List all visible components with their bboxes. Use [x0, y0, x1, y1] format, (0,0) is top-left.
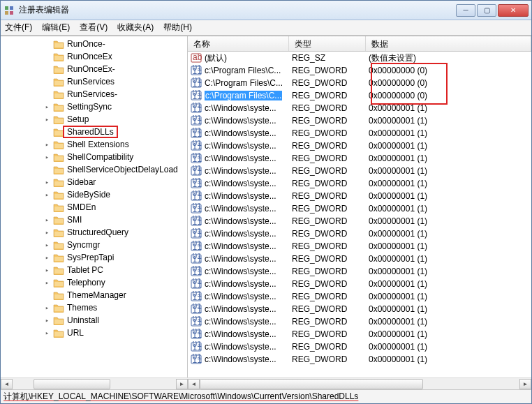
close-button[interactable]: ✕ [498, 4, 529, 17]
expand-icon[interactable] [43, 128, 52, 137]
expand-icon[interactable]: ▸ [43, 140, 52, 149]
expand-icon[interactable]: ▸ [43, 153, 52, 162]
expand-icon[interactable] [43, 90, 52, 99]
key-tree[interactable]: RunOnce-RunOnceExRunOnceEx-RunServicesRu… [1, 36, 188, 377]
expand-icon[interactable] [43, 40, 52, 49]
tree-item[interactable]: ▸Telephony [1, 276, 187, 289]
value-row[interactable]: c:\Windows\syste...REG_DWORD0x00000001 (… [188, 353, 531, 366]
tree-item[interactable]: ▸SettingSync [1, 100, 187, 113]
value-row[interactable]: c:\Windows\syste...REG_DWORD0x00000001 (… [188, 227, 531, 240]
value-row[interactable]: (默认)REG_SZ(数值未设置) [188, 52, 531, 64]
expand-icon[interactable] [43, 65, 52, 74]
tree-item[interactable]: ▸Sidebar [1, 176, 187, 188]
expand-icon[interactable]: ▸ [43, 178, 52, 187]
menu-edit[interactable]: 编辑(E) [42, 22, 70, 33]
value-row[interactable]: c:\Program Files\C...REG_DWORD0x00000000… [188, 64, 531, 77]
tree-item[interactable]: ▸Uninstall [1, 314, 187, 327]
value-row[interactable]: c:\Windows\syste...REG_DWORD0x00000001 (… [188, 253, 531, 265]
value-row[interactable]: c:\Windows\syste...REG_DWORD0x00000001 (… [188, 278, 531, 290]
value-row[interactable]: c:\Windows\syste...REG_DWORD0x00000001 (… [188, 303, 531, 315]
scroll-left-icon[interactable]: ◄ [1, 379, 13, 389]
scroll-right-icon[interactable]: ► [519, 379, 531, 389]
value-row[interactable]: C:\Program Files\C...REG_DWORD0x00000000… [188, 77, 531, 89]
value-row[interactable]: c:\Windows\syste...REG_DWORD0x00000001 (… [188, 190, 531, 202]
scroll-right-icon[interactable]: ► [176, 379, 188, 389]
expand-icon[interactable] [43, 52, 52, 61]
expand-icon[interactable]: ▸ [43, 253, 52, 262]
tree-item[interactable]: ThemeManager [1, 289, 187, 301]
expand-icon[interactable]: ▸ [43, 103, 52, 112]
expand-icon[interactable]: ▸ [43, 241, 52, 250]
scroll-left-icon[interactable]: ◄ [188, 379, 200, 389]
expand-icon[interactable] [43, 203, 52, 212]
tree-item[interactable]: ▸SysPrepTapi [1, 251, 187, 264]
tree-item[interactable]: SMDEn [1, 201, 187, 214]
value-data: 0x00000001 (1) [369, 141, 531, 151]
value-row[interactable]: c:\Windows\syste...REG_DWORD0x00000001 (… [188, 265, 531, 278]
tree-item[interactable]: ▸URL [1, 327, 187, 339]
tree-item[interactable]: SharedDLLs [1, 126, 187, 138]
value-row[interactable]: c:\Windows\syste...REG_DWORD0x00000001 (… [188, 152, 531, 165]
expand-icon[interactable]: ▸ [43, 228, 52, 237]
value-row[interactable]: c:\Windows\syste...REG_DWORD0x00000001 (… [188, 102, 531, 114]
expand-icon[interactable]: ▸ [43, 190, 52, 200]
expand-icon[interactable]: ▸ [43, 115, 52, 124]
tree-item[interactable]: RunServices- [1, 88, 187, 100]
value-row[interactable]: c:\Windows\syste...REG_DWORD0x00000001 (… [188, 114, 531, 127]
expand-icon[interactable]: ▸ [43, 316, 52, 325]
tree-item[interactable]: ▸SideBySide [1, 188, 187, 201]
tree-hscroll[interactable]: ◄ ► [1, 377, 188, 389]
value-row[interactable]: c:\Windows\syste...REG_DWORD0x00000001 (… [188, 341, 531, 353]
value-row[interactable]: c:\Windows\syste...REG_DWORD0x00000001 (… [188, 165, 531, 177]
expand-icon[interactable] [43, 291, 52, 300]
binary-value-icon [191, 128, 202, 139]
value-row[interactable]: c:\Windows\syste...REG_DWORD0x00000001 (… [188, 240, 531, 253]
value-list[interactable]: (默认)REG_SZ(数值未设置)c:\Program Files\C...RE… [188, 52, 531, 377]
minimize-button[interactable]: ─ [456, 4, 475, 17]
col-type[interactable]: 类型 [289, 36, 366, 51]
expand-icon[interactable]: ▸ [43, 216, 52, 225]
tree-item[interactable]: ▸ShellCompatibility [1, 151, 187, 163]
scroll-thumb[interactable] [34, 379, 110, 389]
col-data[interactable]: 数据 [366, 36, 531, 51]
menu-favorites[interactable]: 收藏夹(A) [117, 22, 154, 33]
tree-item[interactable]: ShellServiceObjectDelayLoad [1, 163, 187, 176]
scroll-thumb[interactable] [200, 379, 423, 389]
value-row[interactable]: c:\Program Files\C...REG_DWORD0x00000000… [188, 89, 531, 102]
tree-item[interactable]: ▸Syncmgr [1, 239, 187, 251]
value-type: REG_DWORD [292, 179, 369, 188]
titlebar[interactable]: 注册表编辑器 ─ ▢ ✕ [1, 1, 531, 20]
value-row[interactable]: c:\Windows\syste...REG_DWORD0x00000001 (… [188, 328, 531, 341]
menu-file[interactable]: 文件(F) [5, 22, 32, 33]
expand-icon[interactable]: ▸ [43, 304, 52, 313]
tree-item[interactable]: RunOnce- [1, 38, 187, 50]
value-row[interactable]: c:\Windows\syste...REG_DWORD0x00000001 (… [188, 127, 531, 140]
tree-item[interactable]: ▸Shell Extensions [1, 138, 187, 151]
list-header[interactable]: 名称 类型 数据 [188, 36, 531, 52]
expand-icon[interactable]: ▸ [43, 329, 52, 338]
value-row[interactable]: c:\Windows\syste...REG_DWORD0x00000001 (… [188, 202, 531, 215]
list-hscroll[interactable]: ◄ ► [188, 377, 531, 389]
tree-item[interactable]: ▸Tablet PC [1, 264, 187, 276]
value-row[interactable]: c:\Windows\syste...REG_DWORD0x00000001 (… [188, 315, 531, 328]
expand-icon[interactable] [43, 77, 52, 87]
expand-icon[interactable]: ▸ [43, 266, 52, 275]
tree-item[interactable]: ▸StructuredQuery [1, 226, 187, 239]
tree-item[interactable]: ▸SMI [1, 214, 187, 226]
menu-view[interactable]: 查看(V) [80, 22, 108, 33]
tree-item[interactable]: RunOnceEx [1, 50, 187, 63]
expand-icon[interactable]: ▸ [43, 278, 52, 287]
value-row[interactable]: c:\Windows\syste...REG_DWORD0x00000001 (… [188, 177, 531, 190]
menu-help[interactable]: 帮助(H) [163, 22, 192, 33]
value-row[interactable]: c:\Windows\syste...REG_DWORD0x00000001 (… [188, 290, 531, 303]
expand-icon[interactable] [43, 165, 52, 174]
maximize-button[interactable]: ▢ [477, 4, 496, 17]
tree-item[interactable]: ▸Themes [1, 301, 187, 314]
tree-item[interactable]: RunServices [1, 75, 187, 88]
tree-item[interactable]: ▸Setup [1, 113, 187, 126]
col-name[interactable]: 名称 [188, 36, 289, 51]
value-data: 0x00000001 (1) [369, 317, 531, 327]
value-row[interactable]: c:\Windows\syste...REG_DWORD0x00000001 (… [188, 215, 531, 227]
tree-item[interactable]: RunOnceEx- [1, 63, 187, 75]
value-row[interactable]: c:\Windows\syste...REG_DWORD0x00000001 (… [188, 140, 531, 152]
